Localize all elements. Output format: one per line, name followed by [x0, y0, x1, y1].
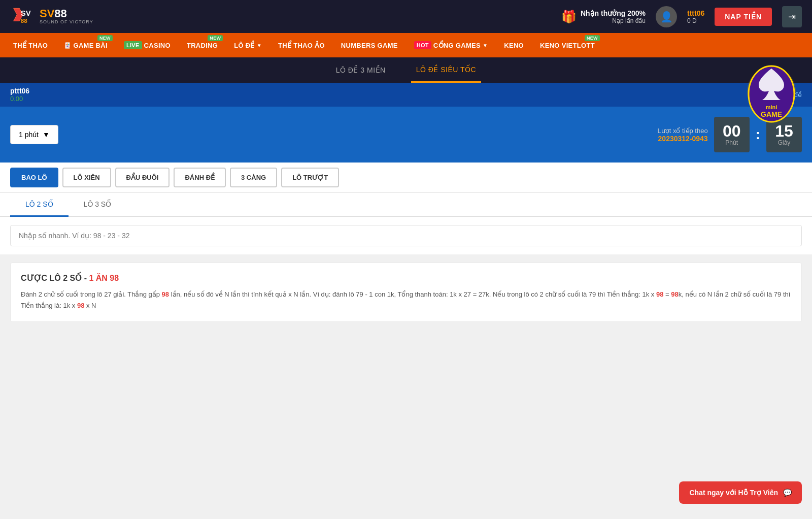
game-tabs: BAO LÔ LÔ XIÊN ĐẦU ĐUÔI ĐÁNH ĐỀ 3 CÀNG L…	[0, 163, 812, 193]
logout-button[interactable]: ⇥	[782, 6, 802, 27]
user-bar: pttt06 0.00 Đánh đề	[0, 83, 812, 107]
tab-bao-lo[interactable]: BAO LÔ	[10, 168, 58, 187]
sub-tab-lo-2-so[interactable]: LÔ 2 SỐ	[10, 193, 69, 217]
logo[interactable]: SV 88 SV88 SOUND OF VICTORY	[10, 4, 93, 29]
tab-dau-duoi[interactable]: ĐẦU ĐUÔI	[115, 168, 170, 187]
info-title: CƯỢC LÔ 2 SỐ - 1 ĂN 98	[21, 273, 791, 283]
subnav-lo-de-sieu-toc[interactable]: LÔ ĐỀ SIÊU TỐC	[411, 57, 482, 83]
svg-text:mini: mini	[766, 104, 777, 110]
mini-game-icon: mini GAME	[746, 58, 797, 124]
countdown-label: Lượt xổ tiếp theo 20230312-0943	[657, 127, 707, 143]
promo-title: Nhận thưởng 200%	[581, 9, 646, 17]
live-badge: LIVE	[124, 41, 142, 49]
nav-item-numbers-game[interactable]: NUMBERS GAME	[333, 33, 406, 57]
cong-games-arrow: ▼	[483, 43, 488, 48]
keno-vietlott-badge: NEW	[585, 35, 600, 41]
logo-text: SV88 SOUND OF VICTORY	[40, 8, 93, 25]
svg-text:GAME: GAME	[761, 110, 782, 118]
user-info: tttt06 0 D	[687, 9, 704, 24]
chat-icon: 💬	[783, 489, 792, 497]
subnav: LÔ ĐỀ 3 MIỀN LÔ ĐỀ SIÊU TỐC	[0, 57, 812, 83]
navbar: THỂ THAO 🃏 GAME BÀI NEW LIVE CASINO TRAD…	[0, 33, 812, 57]
chat-button[interactable]: Chat ngay với Hỗ Trợ Viên 💬	[679, 481, 802, 504]
user-avatar[interactable]: 👤	[656, 6, 677, 27]
gift-icon: 🎁	[561, 10, 577, 24]
tab-lo-xien[interactable]: LÔ XIÊN	[62, 168, 111, 187]
header-promo: 🎁 Nhận thưởng 200% Nạp lần đầu	[561, 9, 646, 24]
next-label: Lượt xổ tiếp theo	[657, 127, 707, 135]
subnav-lo-de-3-mien[interactable]: LÔ ĐỀ 3 MIỀN	[331, 57, 391, 83]
logo-icon: SV 88	[10, 4, 36, 29]
nav-item-casino[interactable]: LIVE CASINO	[116, 33, 179, 57]
number-input[interactable]	[10, 225, 802, 246]
countdown-minutes-box: 00 Phút	[714, 117, 750, 152]
nav-item-the-thao[interactable]: THỂ THAO	[5, 33, 56, 57]
user-bar-left: pttt06 0.00	[10, 87, 29, 103]
user-bar-name: pttt06	[10, 87, 29, 95]
svg-text:88: 88	[21, 17, 27, 23]
input-area	[0, 217, 812, 254]
time-select-button[interactable]: 1 phút ▼	[10, 125, 58, 144]
dropdown-arrow-icon: ▼	[43, 131, 50, 139]
game-bai-badge: NEW	[97, 35, 113, 41]
tab-lo-truot[interactable]: LÔ TRƯỢT	[281, 168, 339, 187]
game-area: 1 phút ▼ Lượt xổ tiếp theo 20230312-0943…	[0, 107, 812, 163]
lo-de-arrow: ▼	[257, 43, 262, 48]
tab-danh-de[interactable]: ĐÁNH ĐỀ	[174, 168, 226, 187]
user-bar-amount: 0.00	[10, 95, 29, 103]
nav-item-the-thao-ao[interactable]: THỂ THAO ẢO	[270, 33, 333, 57]
countdown-seconds: 15	[775, 123, 793, 139]
sub-tab-lo-3-so[interactable]: LÔ 3 SỐ	[69, 193, 127, 217]
nav-item-lo-de[interactable]: LÔ ĐỀ ▼	[226, 33, 270, 57]
balance: 0 D	[687, 17, 704, 24]
hot-badge: HOT	[414, 41, 431, 49]
seconds-label: Giây	[778, 139, 791, 146]
countdown-minutes: 00	[723, 123, 741, 139]
countdown-separator: :	[756, 126, 760, 143]
nav-item-keno-vietlott[interactable]: KENO VIETLOTT NEW	[532, 33, 603, 57]
info-box: CƯỢC LÔ 2 SỐ - 1 ĂN 98 Đánh 2 chữ số cuố…	[10, 263, 802, 322]
info-desc: Đánh 2 chữ số cuối trong lô 27 giải. Thắ…	[21, 289, 791, 311]
nav-item-game-bai[interactable]: 🃏 GAME BÀI NEW	[56, 33, 116, 57]
nav-item-keno[interactable]: KENO	[496, 33, 532, 57]
sub-tabs: LÔ 2 SỐ LÔ 3 SỐ	[0, 193, 812, 217]
username: tttt06	[687, 9, 704, 17]
header: SV 88 SV88 SOUND OF VICTORY 🎁 Nhận thưởn…	[0, 0, 812, 33]
svg-text:SV: SV	[21, 9, 31, 17]
session-id: 20230312-0943	[657, 135, 707, 143]
tab-3-cang[interactable]: 3 CÀNG	[230, 168, 277, 187]
mini-game-widget[interactable]: mini GAME	[746, 58, 797, 124]
nav-item-trading[interactable]: TRADING NEW	[179, 33, 226, 57]
nav-item-cong-games[interactable]: HOT CỔNG GAMES ▼	[406, 33, 496, 57]
minutes-label: Phút	[725, 139, 738, 146]
trading-badge: NEW	[208, 35, 223, 41]
promo-sub: Nạp lần đầu	[581, 17, 646, 24]
nap-tien-button[interactable]: NAP TIỀN	[715, 8, 772, 26]
